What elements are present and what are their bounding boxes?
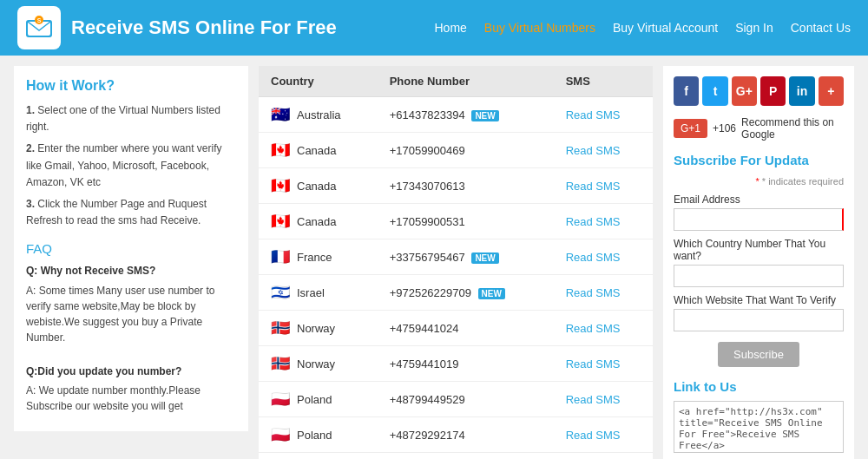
subscribe-title: Subscribe For Updata — [674, 153, 844, 167]
country-cell: 🇳🇴Norway — [259, 311, 378, 346]
phone-cell: +4759441019 — [378, 346, 554, 382]
table-row: 🇮🇱Israel+972526229709 NEWRead SMS — [259, 275, 653, 311]
country-name: Canada — [297, 180, 337, 193]
googleplus-button[interactable]: G+ — [732, 76, 757, 106]
sms-cell: Read SMS — [554, 97, 653, 133]
sms-table-panel: Country Phone Number SMS 🇦🇺Australia+614… — [259, 66, 653, 459]
read-sms-link[interactable]: Read SMS — [566, 322, 621, 335]
flag-icon: 🇨🇦 — [271, 141, 290, 160]
left-column: How it Work? 1. Select one of the Virtua… — [14, 66, 248, 459]
country-cell: 🇵🇱Poland — [259, 417, 378, 453]
country-name: Norway — [297, 322, 335, 335]
twitter-button[interactable]: t — [702, 76, 727, 106]
country-cell: 🇵🇱Poland — [259, 382, 378, 417]
sms-cell: Read SMS — [554, 275, 653, 311]
sms-cell: Read SMS — [554, 382, 653, 417]
country-cell: 🇨🇦Canada — [259, 133, 378, 168]
header: S Receive SMS Online For Free Home Buy V… — [0, 0, 868, 56]
email-input[interactable] — [674, 208, 844, 231]
flag-icon: 🇳🇴 — [271, 354, 290, 373]
facebook-button[interactable]: f — [674, 76, 699, 106]
sms-cell: Read SMS — [554, 453, 653, 460]
read-sms-link[interactable]: Read SMS — [566, 429, 621, 442]
country-name: Canada — [297, 215, 337, 228]
flag-icon: 🇨🇦 — [271, 176, 290, 195]
faq-title: FAQ — [26, 241, 236, 256]
flag-icon: 🇵🇱 — [271, 425, 290, 444]
country-cell: 🇳🇴Norway — [259, 346, 378, 382]
phone-number: +17059900531 — [390, 215, 465, 228]
phone-number: +972526229709 — [390, 286, 471, 299]
new-badge: NEW — [471, 110, 498, 121]
link-code-textarea[interactable] — [674, 401, 844, 453]
phone-cell: +46766920071 — [378, 453, 554, 460]
country-cell: 🇫🇷France — [259, 239, 378, 275]
nav-home[interactable]: Home — [435, 21, 467, 35]
gplus-row: G+1 +106 Recommend this on Google — [674, 116, 844, 141]
country-name: Israel — [297, 286, 325, 299]
table-row: 🇨🇦Canada+17059900531Read SMS — [259, 204, 653, 239]
table-header-row: Country Phone Number SMS — [259, 66, 653, 97]
gplus-button[interactable]: G+1 — [674, 119, 707, 138]
center-column: Country Phone Number SMS 🇦🇺Australia+614… — [259, 66, 653, 459]
table-row: 🇸🇪Sweden+46766920071Read SMS — [259, 453, 653, 460]
nav-contact-us[interactable]: Contact Us — [791, 21, 851, 35]
phone-number: +61437823394 — [390, 108, 465, 121]
phone-cell: +48729292174 — [378, 417, 554, 453]
table-row: 🇨🇦Canada+17059900469Read SMS — [259, 133, 653, 168]
main-container: How it Work? 1. Select one of the Virtua… — [0, 56, 868, 459]
country-cell: 🇦🇺Australia — [259, 97, 378, 133]
faq-a1: A: Some times Many user use number to ve… — [26, 283, 236, 345]
country-cell: 🇮🇱Israel — [259, 275, 378, 311]
how-it-works-title: How it Work? — [26, 78, 236, 94]
social-buttons: f t G+ P in + — [674, 76, 844, 106]
nav-buy-virtual-account[interactable]: Buy Virtual Account — [613, 21, 718, 35]
site-title: Receive SMS Online For Free — [71, 16, 337, 39]
subscribe-button[interactable]: Subscribe — [718, 342, 799, 367]
country-input[interactable] — [674, 265, 844, 287]
read-sms-link[interactable]: Read SMS — [566, 108, 621, 121]
flag-icon: 🇫🇷 — [271, 247, 290, 266]
country-name: France — [297, 251, 332, 264]
phone-cell: +33756795467 NEW — [378, 239, 554, 275]
read-sms-link[interactable]: Read SMS — [566, 215, 621, 228]
read-sms-link[interactable]: Read SMS — [566, 393, 621, 406]
nav-sign-in[interactable]: Sign In — [735, 21, 773, 35]
phone-cell: +17059900531 — [378, 204, 554, 239]
website-label: Which Website That Want To Verify — [674, 294, 844, 306]
col-sms: SMS — [554, 66, 653, 97]
country-name: Poland — [297, 429, 332, 442]
linkedin-button[interactable]: in — [789, 76, 814, 106]
country-name: Poland — [297, 393, 332, 406]
plus-button[interactable]: + — [819, 76, 844, 106]
country-name: Australia — [297, 108, 341, 121]
read-sms-link[interactable]: Read SMS — [566, 180, 621, 193]
read-sms-link[interactable]: Read SMS — [566, 251, 621, 264]
email-label: Email Address — [674, 193, 844, 206]
nav-buy-virtual-numbers[interactable]: Buy Virtual Numbers — [484, 21, 595, 35]
logo-area: S Receive SMS Online For Free — [17, 6, 435, 49]
phone-number: +48799449529 — [390, 393, 465, 406]
read-sms-link[interactable]: Read SMS — [566, 357, 621, 370]
phone-number: +4759441024 — [390, 322, 459, 335]
read-sms-link[interactable]: Read SMS — [566, 286, 621, 299]
table-row: 🇨🇦Canada+17343070613Read SMS — [259, 168, 653, 204]
flag-icon: 🇨🇦 — [271, 212, 290, 231]
faq-a2: A: We update number monthly.Please Subsc… — [26, 383, 236, 414]
phone-cell: +4759441024 — [378, 311, 554, 346]
main-nav: Home Buy Virtual Numbers Buy Virtual Acc… — [435, 21, 852, 35]
left-panel: How it Work? 1. Select one of the Virtua… — [14, 66, 248, 431]
table-row: 🇳🇴Norway+4759441024Read SMS — [259, 311, 653, 346]
phone-cell: +972526229709 NEW — [378, 275, 554, 311]
country-cell: 🇨🇦Canada — [259, 168, 378, 204]
new-badge: NEW — [478, 288, 505, 299]
pinterest-button[interactable]: P — [760, 76, 786, 106]
sms-table: Country Phone Number SMS 🇦🇺Australia+614… — [259, 66, 653, 459]
country-name: Canada — [297, 144, 337, 157]
website-input[interactable] — [674, 309, 844, 331]
required-note: * * indicates required — [674, 176, 844, 187]
sms-cell: Read SMS — [554, 417, 653, 453]
phone-cell: +61437823394 NEW — [378, 97, 554, 133]
read-sms-link[interactable]: Read SMS — [566, 144, 621, 157]
sms-cell: Read SMS — [554, 346, 653, 382]
